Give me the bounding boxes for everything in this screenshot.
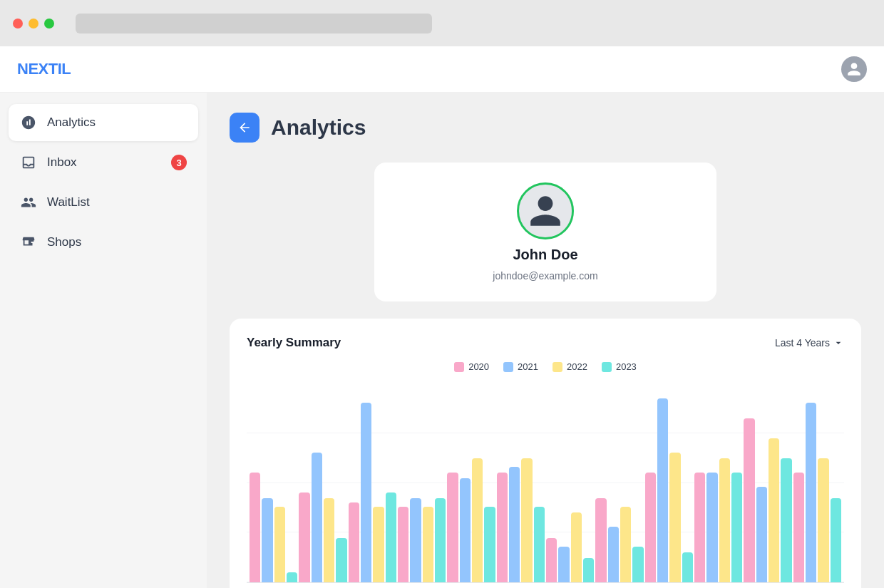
bar-group <box>398 498 446 582</box>
bar <box>534 507 545 582</box>
content-area: Analytics Inbox 3 WaitList <box>0 93 884 588</box>
bar <box>719 458 730 582</box>
bar <box>706 473 717 582</box>
bar <box>558 547 569 582</box>
minimize-button[interactable] <box>29 19 38 29</box>
bar <box>657 398 668 582</box>
bar <box>632 547 643 582</box>
bar <box>806 403 816 582</box>
bar-group <box>250 473 297 582</box>
bar <box>312 453 322 582</box>
legend-label-2022: 2022 <box>567 361 587 372</box>
bar <box>669 453 680 582</box>
bar <box>571 512 582 582</box>
sidebar-label-analytics: Analytics <box>47 115 96 130</box>
avatar-icon <box>527 192 564 229</box>
bar <box>818 458 828 582</box>
bar <box>349 502 359 582</box>
bar <box>694 473 705 582</box>
bar <box>262 498 272 582</box>
logo: NEXTIL <box>17 60 71 78</box>
legend-2023: 2023 <box>602 361 637 372</box>
bar-group <box>546 512 594 582</box>
bar-group <box>595 498 643 582</box>
inbox-icon <box>20 154 37 171</box>
maximize-button[interactable] <box>44 19 54 29</box>
user-icon <box>846 61 862 77</box>
back-arrow-icon <box>237 120 252 135</box>
bar <box>682 552 693 582</box>
bar <box>744 418 754 582</box>
bar <box>423 507 433 582</box>
avatar <box>517 182 574 239</box>
legend-label-2020: 2020 <box>468 361 489 372</box>
bar <box>324 498 334 582</box>
bar <box>781 458 791 582</box>
chart-card: Yearly Summary Last 4 Years 2020 2021 <box>230 319 861 588</box>
sidebar-label-waitlist: WaitList <box>47 195 90 210</box>
legend-2021: 2021 <box>503 361 538 372</box>
chevron-down-icon <box>833 337 844 349</box>
bar <box>361 403 371 582</box>
chart-header: Yearly Summary Last 4 Years <box>247 336 844 350</box>
traffic-lights <box>13 19 54 29</box>
bar-chart-container <box>247 383 844 588</box>
legend-dot-2020 <box>454 362 464 372</box>
legend-dot-2021 <box>503 362 513 372</box>
bar <box>410 498 421 582</box>
inbox-badge: 3 <box>171 155 187 170</box>
chart-icon <box>20 114 37 131</box>
bar <box>583 558 594 582</box>
page-header: Analytics <box>230 113 861 143</box>
bar <box>608 527 619 582</box>
bar-group <box>447 458 495 582</box>
bar-group <box>645 398 693 582</box>
legend-label-2021: 2021 <box>518 361 538 372</box>
bar <box>509 467 520 582</box>
bar <box>546 538 557 582</box>
bar-group <box>793 403 841 582</box>
bar <box>497 473 508 582</box>
bar <box>645 473 656 582</box>
bar <box>756 487 767 582</box>
sidebar: Analytics Inbox 3 WaitList <box>0 93 207 588</box>
legend-label-2023: 2023 <box>616 361 637 372</box>
bar-group <box>299 453 346 582</box>
bar <box>447 473 458 582</box>
address-bar[interactable] <box>76 14 432 33</box>
bar <box>595 498 606 582</box>
bar-group <box>349 403 396 582</box>
bar-group <box>744 418 791 582</box>
sidebar-item-shops[interactable]: Shops <box>9 224 198 261</box>
bar <box>287 572 297 582</box>
bar <box>373 507 384 582</box>
user-avatar-button[interactable] <box>841 56 867 82</box>
bar <box>484 507 495 582</box>
page-title: Analytics <box>271 115 366 140</box>
bar-group <box>694 458 742 582</box>
bar <box>769 438 779 582</box>
profile-email: johndoe@example.com <box>493 270 597 282</box>
legend-2020: 2020 <box>454 361 489 372</box>
legend-dot-2023 <box>602 362 612 372</box>
bar <box>386 492 396 582</box>
close-button[interactable] <box>13 19 23 29</box>
bar <box>250 473 260 582</box>
app-window: NEXTIL Analytics Inbox <box>0 46 884 588</box>
bar <box>731 473 742 582</box>
bar <box>793 473 804 582</box>
chart-title: Yearly Summary <box>247 336 341 350</box>
back-button[interactable] <box>230 113 259 143</box>
bar <box>398 507 408 582</box>
period-label: Last 4 Years <box>775 337 830 349</box>
bar <box>831 498 841 582</box>
bar <box>620 507 631 582</box>
users-icon <box>20 194 37 211</box>
sidebar-item-analytics[interactable]: Analytics <box>9 104 198 141</box>
sidebar-item-waitlist[interactable]: WaitList <box>9 184 198 221</box>
sidebar-item-inbox[interactable]: Inbox 3 <box>9 144 198 181</box>
period-selector[interactable]: Last 4 Years <box>775 337 844 349</box>
bar <box>274 507 285 582</box>
main-panel: Analytics John Doe johndoe@example.com Y… <box>207 93 884 588</box>
bar <box>472 458 483 582</box>
